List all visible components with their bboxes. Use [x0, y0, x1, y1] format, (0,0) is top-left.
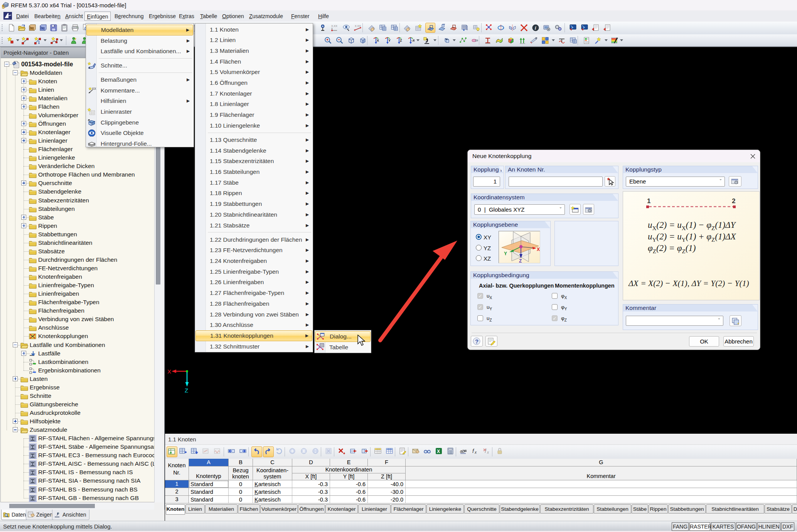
svg-text:x: x [474, 450, 477, 455]
svg-text:X: X [437, 449, 440, 454]
svg-text:?: ? [475, 338, 479, 345]
svg-text:X.XX: X.XX [355, 25, 361, 27]
svg-text:X: X [537, 247, 540, 252]
svg-text:X.XX: X.XX [331, 25, 337, 27]
svg-text:x: x [487, 450, 489, 455]
svg-text:Z: Z [519, 258, 522, 263]
svg-text:Z: Z [185, 387, 188, 394]
svg-text:XX: XX [92, 86, 96, 90]
svg-text:Y: Y [388, 39, 391, 42]
svg-text:5: 5 [2, 4, 5, 9]
svg-text:X: X [377, 39, 379, 42]
svg-text:Y: Y [504, 251, 507, 256]
svg-text:1: 1 [647, 197, 650, 205]
svg-text:ab: ab [460, 449, 465, 453]
svg-text:2: 2 [732, 197, 735, 205]
svg-text:Z: Z [400, 39, 402, 42]
svg-text:X: X [167, 368, 171, 375]
svg-text:-X: -X [411, 39, 415, 42]
